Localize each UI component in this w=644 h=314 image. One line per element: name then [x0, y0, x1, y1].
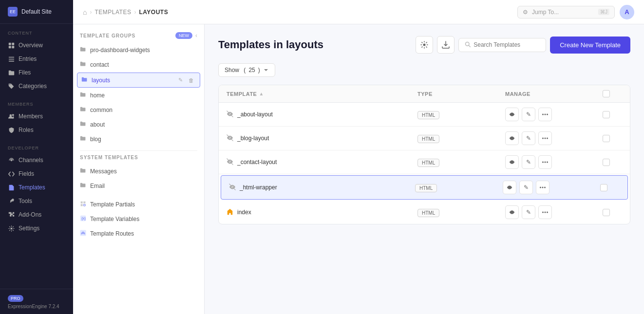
template-type: HTML	[417, 209, 505, 216]
template-type: HTML	[417, 111, 505, 118]
folder-icon	[80, 182, 86, 190]
sidebar-item-members[interactable]: Members	[0, 110, 73, 123]
template-name: _html-wrapper	[229, 184, 415, 192]
svg-point-26	[511, 137, 513, 139]
create-template-button[interactable]: Create New Template	[550, 37, 630, 54]
group-about[interactable]: about	[73, 117, 204, 132]
jump-to-kbd: ⌘J	[598, 9, 609, 15]
content-wrapper: TEMPLATE GROUPS NEW ‹ pro-dashboard-widg…	[73, 24, 644, 314]
sidebar-item-entries[interactable]: Entries	[0, 52, 73, 66]
svg-rect-2	[8, 46, 11, 48]
home-icon[interactable]: ⌂	[83, 8, 87, 16]
sidebar-logo[interactable]: EE Default Site	[0, 0, 73, 24]
header-manage: Manage	[505, 90, 603, 97]
page-title: Templates in layouts	[218, 38, 323, 51]
edit-button[interactable]: ✎	[522, 131, 535, 145]
divider	[80, 150, 197, 151]
settings-button[interactable]	[416, 36, 433, 54]
developer-section: Developer Channels Fields Templates Tool…	[0, 139, 73, 237]
template-name: _about-layout	[227, 111, 417, 119]
main: ⌂ › TEMPLATES › LAYOUTS ⚙ Jump To... ⌘J …	[73, 0, 644, 314]
header-checkbox-input[interactable]	[603, 90, 610, 97]
row-checkbox-input[interactable]	[600, 184, 607, 191]
sort-icon[interactable]: ▲	[259, 91, 264, 96]
svg-point-40	[540, 187, 541, 188]
site-name: Default Site	[21, 8, 52, 15]
download-button[interactable]	[437, 36, 455, 54]
page-title-row: Templates in layouts Creat	[218, 36, 630, 54]
collapse-button[interactable]: ‹	[195, 32, 197, 39]
settings-row-button[interactable]	[538, 108, 552, 121]
right-panel: Templates in layouts Creat	[205, 24, 644, 314]
edit-button[interactable]: ✎	[522, 108, 535, 121]
row-checkbox-input[interactable]	[603, 159, 610, 166]
view-button[interactable]	[503, 181, 516, 194]
group-blog[interactable]: blog	[73, 132, 204, 147]
grid-icon	[8, 42, 15, 49]
row-checkbox-input[interactable]	[603, 111, 610, 118]
sidebar-item-fields[interactable]: Fields	[0, 167, 73, 181]
settings-row-button[interactable]	[536, 181, 549, 194]
svg-rect-6	[8, 60, 14, 61]
edit-group-button[interactable]: ✎	[176, 76, 185, 84]
settings-row-button[interactable]	[538, 205, 552, 219]
template-routes-item[interactable]: Template Routes	[73, 226, 204, 241]
sidebar-item-categories[interactable]: Categories	[0, 79, 73, 93]
svg-point-39	[542, 187, 544, 188]
sidebar-item-templates[interactable]: Templates	[0, 181, 73, 194]
view-button[interactable]	[505, 108, 519, 121]
edit-button[interactable]: ✎	[522, 205, 535, 219]
group-home[interactable]: home	[73, 88, 204, 103]
sidebar-item-tools[interactable]: Tools	[0, 194, 73, 208]
members-section-label: Members	[0, 102, 73, 110]
sidebar-item-files[interactable]: Files	[0, 66, 73, 79]
file-icon	[8, 184, 15, 191]
view-button[interactable]	[505, 131, 519, 145]
manage-actions: ✎	[503, 181, 600, 194]
system-messages[interactable]: Messages	[73, 164, 204, 179]
template-partials-item[interactable]: Template Partials	[73, 197, 204, 212]
search-box[interactable]	[458, 38, 546, 52]
sidebar-item-roles[interactable]: Roles	[0, 123, 73, 137]
svg-point-35	[547, 162, 548, 163]
breadcrumb-templates[interactable]: TEMPLATES	[95, 9, 131, 16]
group-common[interactable]: common	[73, 103, 204, 117]
users-icon	[8, 113, 15, 120]
svg-point-33	[545, 162, 546, 163]
jump-to-box[interactable]: ⚙ Jump To... ⌘J	[517, 6, 615, 18]
folder-icon	[80, 135, 86, 143]
view-button[interactable]	[505, 205, 519, 219]
sidebar-item-channels[interactable]: Channels	[0, 153, 73, 167]
group-layouts[interactable]: layouts ✎ 🗑	[77, 73, 200, 88]
hidden-icon	[227, 134, 233, 143]
svg-point-20	[511, 113, 513, 115]
section-header: TEMPLATE GROUPS NEW ‹	[73, 32, 204, 43]
show-count-button[interactable]: Show (25)	[218, 63, 275, 77]
code-icon	[8, 170, 15, 177]
search-input[interactable]	[474, 41, 540, 48]
system-email[interactable]: Email	[73, 179, 204, 193]
sidebar-item-settings[interactable]: Settings	[0, 222, 73, 235]
template-variables-item[interactable]: {x} Template Variables	[73, 212, 204, 226]
row-checkbox	[603, 135, 622, 142]
user-avatar[interactable]: A	[620, 5, 634, 19]
sidebar-item-overview[interactable]: Overview	[0, 38, 73, 52]
settings-row-button[interactable]	[538, 131, 552, 145]
edit-button[interactable]: ✎	[522, 155, 535, 169]
new-badge[interactable]: NEW	[175, 32, 192, 39]
group-contact[interactable]: contact	[73, 57, 204, 72]
settings-row-button[interactable]	[538, 155, 552, 169]
template-groups-section: TEMPLATE GROUPS NEW ‹ pro-dashboard-widg…	[73, 24, 204, 241]
folder-icon	[80, 92, 86, 99]
row-checkbox-input[interactable]	[603, 209, 610, 216]
svg-text:{x}: {x}	[81, 217, 86, 221]
sidebar-item-addons[interactable]: Add-Ons	[0, 208, 73, 222]
type-badge: HTML	[417, 111, 439, 119]
view-button[interactable]	[505, 155, 519, 169]
svg-point-38	[509, 186, 511, 188]
row-checkbox-input[interactable]	[603, 135, 610, 142]
delete-group-button[interactable]: 🗑	[187, 76, 196, 84]
edit-button[interactable]: ✎	[519, 181, 533, 194]
group-pro-dashboard[interactable]: pro-dashboard-widgets	[73, 43, 204, 57]
hidden-icon	[227, 111, 233, 119]
